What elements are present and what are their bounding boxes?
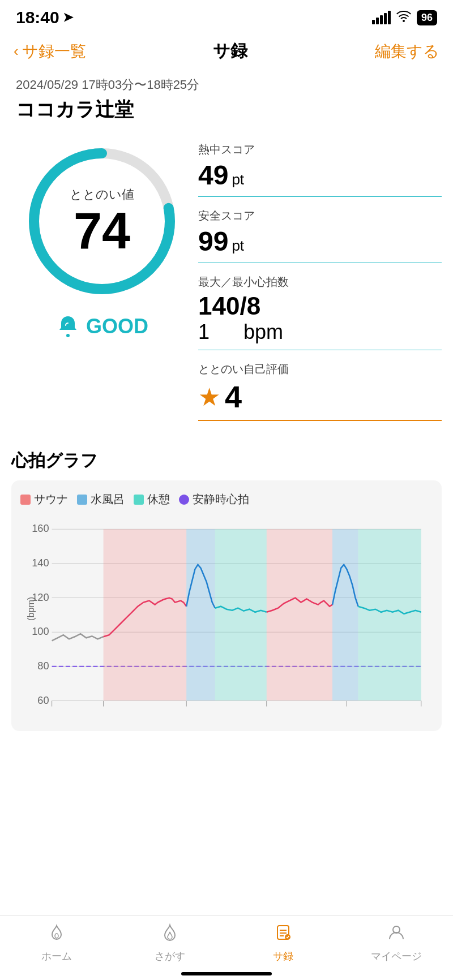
- rest-label: 休憩: [147, 492, 170, 507]
- session-date: 2024/05/29 17時03分〜18時25分: [16, 76, 437, 93]
- self-eval-item: ととのい自己評価 ★ 4: [198, 362, 442, 421]
- page-title: サ録: [213, 40, 247, 63]
- heart-rate-unit: bpm: [243, 320, 283, 344]
- main-content: ととのい値 74 GOOD 熱中スコア 49 pt 安全スコア: [0, 125, 453, 438]
- heat-score-item: 熱中スコア 49 pt: [198, 142, 442, 197]
- home-indicator: [181, 972, 272, 975]
- heat-score-value: 49 pt: [198, 160, 442, 191]
- mypage-icon: [387, 923, 405, 946]
- heat-score-label: 熱中スコア: [198, 142, 442, 157]
- star-icon: ★: [198, 382, 220, 411]
- safety-score-number: 99: [198, 226, 228, 257]
- graph-legend: サウナ 水風呂 休憩 安静時心拍: [20, 492, 433, 507]
- search-label: さがす: [155, 949, 185, 963]
- safety-score-unit: pt: [232, 237, 244, 255]
- heart-rate-line1: 140/8: [198, 292, 442, 320]
- svg-point-2: [66, 334, 70, 337]
- bottom-nav: ホーム さがす サ録: [0, 915, 453, 980]
- graph-area: 160 140 120 100 80 60 (bpm): [20, 516, 433, 731]
- search-flame-icon: [161, 923, 179, 946]
- svg-text:80: 80: [37, 660, 49, 672]
- gauge-circle: ととのい値 74: [17, 136, 187, 306]
- heart-rate-value: 140/8 1 bpm: [198, 292, 442, 344]
- svg-rect-20: [267, 529, 332, 700]
- safety-score-item: 安全スコア 99 pt: [198, 208, 442, 263]
- svg-point-30: [55, 934, 58, 938]
- nav-home[interactable]: ホーム: [23, 923, 91, 963]
- heart-rate-line2: 1 bpm: [198, 320, 442, 344]
- session-location: ココカラ辻堂: [16, 97, 437, 123]
- svg-text:100: 100: [32, 626, 49, 637]
- safety-score-label: 安全スコア: [198, 208, 442, 223]
- water-dot: [77, 495, 87, 505]
- heart-rate-line2-val: 1: [198, 320, 210, 344]
- rest-dot: [134, 495, 144, 505]
- svg-rect-22: [358, 529, 421, 700]
- signal-icon: [372, 11, 391, 24]
- svg-rect-18: [186, 529, 215, 700]
- gauge-label: ととのい値: [70, 186, 134, 203]
- star-number: 4: [225, 379, 242, 414]
- self-eval-label: ととのい自己評価: [198, 362, 442, 377]
- svg-rect-17: [104, 529, 187, 700]
- svg-text:160: 160: [32, 523, 49, 534]
- bell-icon: [55, 314, 80, 339]
- legend-rest: 休憩: [134, 492, 170, 507]
- graph-container: サウナ 水風呂 休憩 安静時心拍: [11, 480, 442, 731]
- back-label: サ録一覧: [22, 41, 86, 62]
- graph-section: 心拍グラフ サウナ 水風呂 休憩 安静時心拍: [0, 438, 453, 731]
- battery-icon: 96: [417, 10, 437, 25]
- status-bar: 18:40 ➤ 96: [0, 0, 453, 32]
- nav-mypage[interactable]: マイページ: [362, 923, 430, 963]
- svg-text:140: 140: [32, 557, 49, 569]
- sarok-label: サ録: [273, 949, 293, 963]
- heat-score-unit: pt: [232, 171, 244, 188]
- back-button[interactable]: ‹ サ録一覧: [14, 41, 86, 62]
- heart-rate-label: 最大／最小心拍数: [198, 274, 442, 290]
- status-icons: 96: [372, 10, 437, 25]
- gauge-center: ととのい値 74: [70, 186, 134, 256]
- heart-rate-item: 最大／最小心拍数 140/8 1 bpm: [198, 274, 442, 350]
- water-label: 水風呂: [91, 492, 125, 507]
- svg-text:(bpm): (bpm): [25, 597, 36, 621]
- session-info: 2024/05/29 17時03分〜18時25分 ココカラ辻堂: [0, 71, 453, 125]
- time-label: 18:40: [16, 8, 59, 27]
- chevron-left-icon: ‹: [14, 42, 19, 60]
- sauna-label: サウナ: [34, 492, 68, 507]
- stats-section: 熱中スコア 49 pt 安全スコア 99 pt 最大／最小心拍数 140/8 1…: [198, 136, 442, 432]
- legend-resting-hr: 安静時心拍: [179, 492, 249, 507]
- home-icon: [48, 923, 66, 946]
- mypage-label: マイページ: [371, 949, 422, 963]
- star-rating: ★ 4: [198, 379, 442, 414]
- resting-hr-label: 安静時心拍: [193, 492, 249, 507]
- gauge-section: ととのい値 74 GOOD: [11, 136, 193, 339]
- nav-sarok[interactable]: サ録: [249, 923, 317, 963]
- good-text: GOOD: [86, 315, 148, 338]
- nav-header: ‹ サ録一覧 サ録 編集する: [0, 32, 453, 71]
- status-time: 18:40 ➤: [16, 8, 73, 27]
- gauge-value: 74: [70, 205, 134, 256]
- graph-svg: 160 140 120 100 80 60 (bpm): [20, 516, 433, 731]
- wifi-icon: [396, 11, 411, 25]
- legend-sauna: サウナ: [20, 492, 68, 507]
- legend-water: 水風呂: [77, 492, 125, 507]
- location-arrow-icon: ➤: [63, 10, 73, 25]
- good-section: GOOD: [55, 314, 148, 339]
- resting-hr-dot: [179, 495, 189, 505]
- sauna-dot: [20, 495, 31, 505]
- safety-score-value: 99 pt: [198, 226, 442, 257]
- svg-rect-21: [332, 529, 358, 700]
- nav-search[interactable]: さがす: [136, 923, 204, 963]
- heat-score-number: 49: [198, 160, 228, 191]
- sarok-icon: [274, 923, 292, 946]
- svg-rect-19: [215, 529, 267, 700]
- edit-button[interactable]: 編集する: [375, 41, 439, 62]
- svg-text:60: 60: [37, 695, 49, 706]
- graph-title: 心拍グラフ: [11, 449, 442, 472]
- home-label: ホーム: [41, 949, 72, 963]
